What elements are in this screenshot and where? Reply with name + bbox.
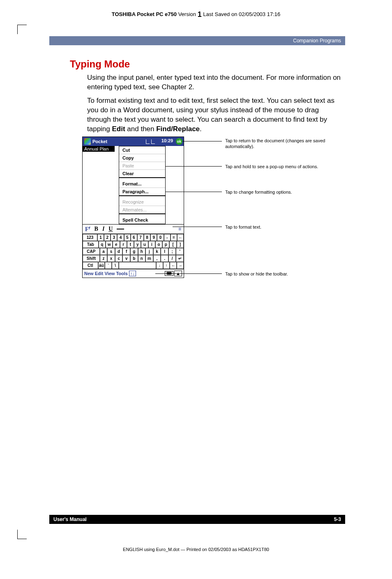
cmd-tools[interactable]: Tools [116, 271, 128, 276]
kb-row-1[interactable]: Tabqwertyuiop[] [83, 241, 184, 248]
key-m[interactable]: m [145, 255, 153, 262]
key-sym[interactable]: ← [177, 234, 184, 241]
cmd-view[interactable]: View [105, 271, 115, 276]
key-sym[interactable]: , [153, 255, 161, 262]
key-t[interactable]: t [127, 241, 134, 248]
key-z[interactable]: z [100, 255, 108, 262]
key-sym[interactable]: \ [112, 262, 119, 269]
key-sym[interactable]: = [171, 234, 177, 241]
ok-button[interactable]: ok [176, 138, 182, 145]
menu-copy[interactable]: Copy [119, 154, 165, 162]
paragraph-1: Using the input panel, enter typed text … [87, 73, 342, 92]
key-5[interactable]: 5 [124, 234, 131, 241]
key-8[interactable]: 8 [144, 234, 150, 241]
menu-clear[interactable]: Clear [119, 170, 165, 178]
key-3[interactable]: 3 [111, 234, 117, 241]
footer-right: 5-3 [334, 516, 341, 522]
key-a[interactable]: a [100, 248, 108, 255]
cmd-new[interactable]: New [84, 271, 94, 276]
key-o[interactable]: o [155, 241, 162, 248]
key-sym[interactable]: ' [176, 248, 184, 255]
key-symsym[interactable]: áü [98, 262, 105, 269]
key-h[interactable]: h [138, 248, 146, 255]
key-j[interactable]: j [145, 248, 153, 255]
key-sym[interactable]: → [177, 262, 184, 269]
key-2[interactable]: 2 [104, 234, 111, 241]
key-sym[interactable]: [ [169, 241, 176, 248]
key-s[interactable]: s [107, 248, 115, 255]
callout-2: Tap and hold to see a pop-up menu of act… [225, 164, 348, 169]
key-sym[interactable]: ← [170, 262, 177, 269]
key-Ctl[interactable]: Ctl [83, 262, 98, 269]
key-1[interactable]: 1 [97, 234, 104, 241]
key-0[interactable]: 0 [157, 234, 164, 241]
soft-keyboard[interactable]: 1231234567890-=← Tabqwertyuiop[] CAPasdf… [83, 234, 184, 269]
font-picker[interactable]: Fᶠ [85, 226, 90, 233]
leader-3 [164, 192, 222, 192]
key-sym[interactable]: - [164, 234, 171, 241]
cmd-toolbar-toggle[interactable]: ↑↓ [129, 271, 136, 276]
key-sym[interactable]: ] [177, 241, 184, 248]
selected-text[interactable]: Annual Plan [83, 146, 115, 152]
key-sym[interactable]: ↑ [163, 262, 170, 269]
key-4[interactable]: 4 [117, 234, 124, 241]
key-b[interactable]: b [130, 255, 138, 262]
key-7[interactable]: 7 [137, 234, 144, 241]
key-e[interactable]: e [113, 241, 120, 248]
menu-paragraph[interactable]: Paragraph... [119, 188, 165, 196]
key-q[interactable]: q [99, 241, 106, 248]
key-Shift[interactable]: Shift [83, 255, 100, 262]
key-l[interactable]: l [161, 248, 168, 255]
key-i[interactable]: i [148, 241, 155, 248]
key-sym[interactable]: ` [105, 262, 112, 269]
key-g[interactable]: g [130, 248, 138, 255]
kb-row-4[interactable]: Ctláü`\ ↓↑←→ [83, 262, 184, 269]
header-version-num: 1 [198, 10, 202, 19]
key-p[interactable]: p [162, 241, 169, 248]
italic-button[interactable]: I [102, 226, 104, 232]
key-d[interactable]: d [115, 248, 123, 255]
key-sym[interactable]: ; [168, 248, 176, 255]
key-w[interactable]: w [106, 241, 113, 248]
key-CAP[interactable]: CAP [83, 248, 100, 255]
cmd-edit[interactable]: Edit [95, 271, 104, 276]
bullets-button[interactable]: ≡ [178, 226, 181, 232]
bold-button[interactable]: B [95, 226, 98, 232]
key-u[interactable]: u [141, 241, 148, 248]
kb-row-3[interactable]: Shiftzxcvbnm,./↵ [83, 255, 184, 262]
chapter-title: Companion Programs [293, 38, 341, 44]
titlebar: Pocket 10:29 ok [83, 137, 184, 146]
kb-row-0[interactable]: 1231234567890-=← [83, 234, 184, 241]
key-n[interactable]: n [138, 255, 146, 262]
key-9[interactable]: 9 [150, 234, 157, 241]
key-y[interactable]: y [134, 241, 141, 248]
key-6[interactable]: 6 [131, 234, 137, 241]
key-k[interactable]: k [153, 248, 161, 255]
key-c[interactable]: c [115, 255, 123, 262]
key-sym[interactable] [119, 262, 156, 269]
key-sym[interactable]: ↓ [156, 262, 163, 269]
app-title: Pocket [92, 139, 107, 144]
leader-1 [182, 141, 222, 141]
menu-recognize: Recognize [119, 196, 165, 206]
key-sym[interactable]: . [161, 255, 168, 262]
menu-cut[interactable]: Cut [119, 146, 165, 154]
context-menu: Cut Copy Paste Clear Format... Paragraph… [119, 146, 166, 224]
key-sym[interactable]: ↵ [176, 255, 184, 262]
callout-4: Tap to format text. [225, 224, 348, 230]
menu-spellcheck[interactable]: Spell Check [119, 214, 165, 224]
menu-format[interactable]: Format... [119, 178, 165, 188]
start-flag-icon[interactable] [84, 138, 91, 145]
document-area[interactable]: Annual Plan Cut Copy Paste Clear Format.… [83, 146, 184, 224]
key-x[interactable]: x [107, 255, 115, 262]
underline-button[interactable]: U [108, 226, 113, 232]
key-f[interactable]: f [122, 248, 130, 255]
key-v[interactable]: v [122, 255, 130, 262]
crop-mark-tl [17, 25, 27, 34]
kb-row-2[interactable]: CAPasdfghjkl;' [83, 248, 184, 255]
key-123[interactable]: 123 [83, 234, 97, 241]
key-r[interactable]: r [120, 241, 127, 248]
key-sym[interactable]: / [168, 255, 176, 262]
key-Tab[interactable]: Tab [83, 241, 99, 248]
header-title: TOSHIBA Pocket PC e750 [112, 11, 177, 17]
